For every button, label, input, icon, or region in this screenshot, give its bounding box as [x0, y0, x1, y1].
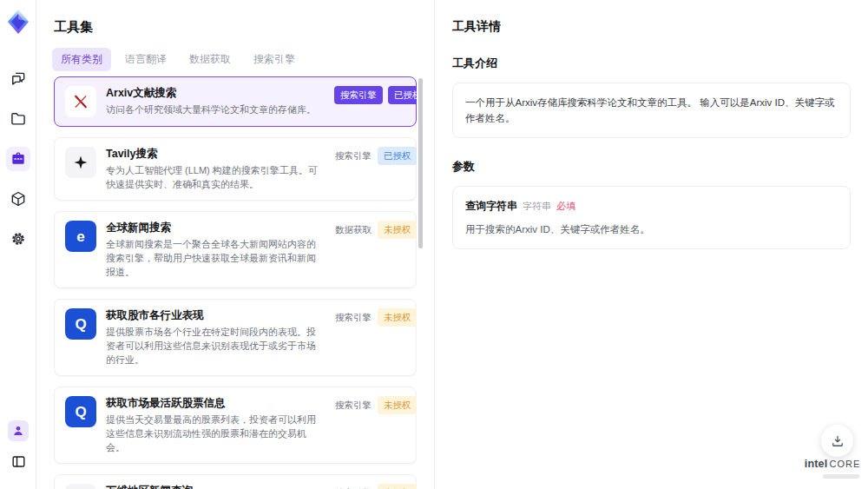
auth-badge: 已授权 [388, 86, 417, 104]
tool-card[interactable]: Q 获取股市各行业表现 提供股票市场各个行业在特定时间段内的表现。投资者可以利用… [54, 299, 417, 376]
category-badge: 搜索引擎 [334, 86, 383, 104]
tool-card-body: Arxiv文献搜索 访问各个研究领域大量科学论文和文章的存储库。 [106, 86, 325, 117]
param-description: 用于搜索的Arxiv ID、关键字或作者姓名。 [465, 221, 838, 237]
tool-description: 访问各个研究领域大量科学论文和文章的存储库。 [106, 102, 325, 116]
chat-icon[interactable] [6, 67, 30, 91]
newspaper-icon [65, 484, 96, 489]
category-badge: 搜索引擎 [334, 396, 372, 414]
rail-nav [6, 67, 30, 251]
app-window: 工具集 所有类别语言翻译数据获取搜索引擎 Arxiv文献搜索 访问各个研究领域大… [0, 0, 868, 489]
tavily-star-icon [65, 147, 96, 178]
category-tabs: 所有类别语言翻译数据获取搜索引擎 [52, 48, 304, 71]
brand-sub-blur [823, 474, 859, 479]
auth-badge: 未授权 [378, 396, 417, 414]
tool-description: 全球新闻搜索是一个聚合全球各大新闻网站内容的搜索引擎，帮助用户快速获取全球最新资… [106, 237, 325, 279]
auth-badge: 未授权 [378, 484, 417, 489]
tool-name: Tavily搜索 [106, 147, 325, 162]
arxiv-logo-icon [65, 86, 96, 117]
category-badge: 搜索引擎 [334, 147, 372, 165]
tool-card-body: 获取股市各行业表现 提供股票市场各个行业在特定时间段内的表现。投资者可以利用这些… [106, 308, 325, 367]
category-tab-2[interactable]: 数据获取 [181, 48, 240, 71]
tool-name: 全球新闻搜索 [106, 221, 325, 235]
user-avatar-icon[interactable] [8, 420, 29, 441]
param-required-badge: 必填 [556, 198, 575, 214]
details-title: 工具详情 [452, 19, 851, 35]
tool-details-panel: 工具详情 工具介绍 一个用于从Arxiv存储库搜索科学论文和文章的工具。 输入可… [434, 0, 868, 489]
tool-card-body: 全球新闻搜索 全球新闻搜索是一个聚合全球各大新闻网站内容的搜索引擎，帮助用户快速… [106, 221, 325, 279]
tool-card[interactable]: e 全球新闻搜索 全球新闻搜索是一个聚合全球各大新闻网站内容的搜索引擎，帮助用户… [54, 211, 417, 288]
tool-card-body: 获取市场最活跃股票信息 提供当天交易量最高的股票列表，投资者可以利用这些信息来识… [106, 396, 325, 454]
page-title: 工具集 [54, 19, 93, 36]
rail-bottom [0, 420, 36, 473]
app-logo-gem-icon[interactable] [4, 8, 32, 36]
tool-badges: 搜索引擎 未授权 [334, 484, 417, 489]
intro-text: 一个用于从Arxiv存储库搜索科学论文和文章的工具。 输入可以是Arxiv ID… [452, 83, 851, 138]
intel-core-logo: intelCORE [804, 455, 861, 479]
download-icon [830, 433, 845, 449]
auth-badge: 未授权 [378, 308, 417, 327]
param-type: 字符串 [523, 198, 551, 214]
tool-name: Arxiv文献搜索 [106, 86, 325, 101]
category-badge: 搜索引擎 [334, 308, 372, 327]
auth-badge: 未授权 [378, 221, 417, 239]
download-button[interactable] [821, 425, 853, 457]
tool-card[interactable]: Q 获取市场最活跃股票信息 提供当天交易量最高的股票列表，投资者可以利用这些信息… [54, 387, 417, 464]
tool-description: 提供当天交易量最高的股票列表，投资者可以利用这些信息来识别流动性强的股票和潜在的… [106, 413, 325, 454]
cube-icon[interactable] [6, 187, 30, 211]
intro-heading: 工具介绍 [452, 56, 851, 71]
global-news-icon: e [65, 221, 96, 252]
tool-badges: 数据获取 未授权 [334, 221, 417, 279]
tool-name: 获取市场最活跃股票信息 [106, 396, 325, 411]
tool-list-panel: 工具集 所有类别语言翻译数据获取搜索引擎 Arxiv文献搜索 访问各个研究领域大… [36, 0, 434, 489]
toolbox-icon[interactable] [6, 147, 30, 171]
category-tab-1[interactable]: 语言翻译 [116, 48, 175, 71]
tool-description: 提供股票市场各个行业在特定时间段内的表现。投资者可以利用这些信息来识别表现优于或… [106, 325, 325, 367]
list-scrollbar[interactable] [418, 78, 423, 248]
tool-badges: 搜索引擎 未授权 [334, 308, 417, 367]
tool-card-body: Tavily搜索 专为人工智能代理 (LLM) 构建的搜索引擎工具。可快速提供实… [106, 147, 325, 191]
core-logo-text: CORE [829, 459, 860, 469]
tool-card-body: 万维地区新闻查询 查询具体行政区划内的新闻，快速了解各地新闻动 [106, 484, 325, 489]
category-badge: 数据获取 [334, 221, 372, 239]
tool-card[interactable]: 万维地区新闻查询 查询具体行政区划内的新闻，快速了解各地新闻动 搜索引擎 未授权 [54, 474, 417, 489]
tool-list: Arxiv文献搜索 访问各个研究领域大量科学论文和文章的存储库。 搜索引擎 已授… [54, 76, 417, 489]
category-tab-0[interactable]: 所有类别 [52, 48, 111, 71]
param-name: 查询字符串 [465, 198, 517, 214]
category-tab-3[interactable]: 搜索引擎 [245, 48, 304, 71]
tool-badges: 搜索引擎 已授权 [334, 86, 417, 117]
tool-card[interactable]: Arxiv文献搜索 访问各个研究领域大量科学论文和文章的存储库。 搜索引擎 已授… [54, 76, 417, 127]
category-badge: 搜索引擎 [334, 484, 372, 489]
tool-name: 获取股市各行业表现 [106, 308, 325, 323]
panel-toggle-icon[interactable] [6, 449, 30, 473]
stock-search-icon: Q [65, 308, 96, 340]
param-header: 查询字符串 字符串 必填 [465, 198, 838, 214]
folder-icon[interactable] [6, 107, 30, 131]
tool-badges: 搜索引擎 已授权 [334, 147, 417, 191]
tool-card[interactable]: Tavily搜索 专为人工智能代理 (LLM) 构建的搜索引擎工具。可快速提供实… [54, 137, 417, 201]
auth-badge: 已授权 [378, 147, 417, 165]
intel-logo-text: intel [805, 458, 828, 470]
tool-badges: 搜索引擎 未授权 [334, 396, 417, 454]
stock-search-icon: Q [65, 396, 96, 427]
tool-name: 万维地区新闻查询 [106, 484, 325, 489]
tool-description: 专为人工智能代理 (LLM) 构建的搜索引擎工具。可快速提供实时、准确和真实的结… [106, 163, 325, 191]
left-rail [0, 0, 36, 489]
settings-gear-icon[interactable] [6, 227, 30, 251]
param-card: 查询字符串 字符串 必填 用于搜索的Arxiv ID、关键字或作者姓名。 [452, 186, 851, 249]
params-heading: 参数 [452, 159, 851, 175]
